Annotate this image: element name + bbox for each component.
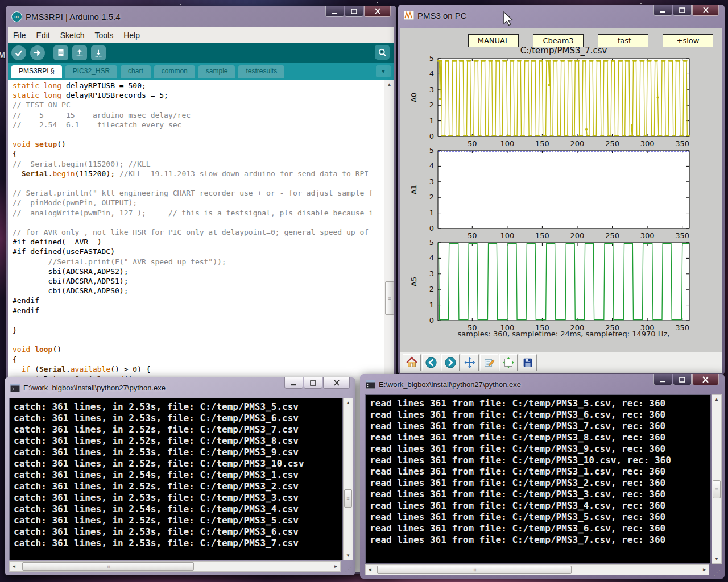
minimize-button[interactable]	[653, 374, 672, 385]
tab-pms3rpi[interactable]: PMS3RPI §	[11, 65, 62, 78]
minimize-button[interactable]	[325, 6, 344, 17]
svg-text:1: 1	[429, 209, 434, 217]
vscroll-thumb[interactable]: ≡	[344, 489, 352, 508]
star	[377, 2, 378, 3]
tab-list-dropdown-button[interactable]: ▼	[376, 65, 391, 77]
hscroll-thumb[interactable]: ≡	[377, 566, 572, 574]
pms3-window-title: PMS3 on PC	[417, 11, 467, 20]
scroll-right-arrow[interactable]: ►	[700, 565, 709, 575]
svg-text:3: 3	[429, 177, 434, 186]
svg-text:5: 5	[429, 238, 434, 247]
edit-button[interactable]	[480, 354, 498, 371]
code-line: cbi(ADCSRA,ADPS1);	[13, 276, 384, 286]
scroll-up-arrow[interactable]: ▲	[344, 398, 353, 407]
pms3-plot-window: PMS3 on PC MANUALCbeam3-fast+slow C:/tem…	[398, 5, 725, 375]
close-button[interactable]	[364, 6, 391, 17]
subplot-A5: 50100150200250300350012345A5	[400, 237, 722, 332]
pms3-titlebar[interactable]: PMS3 on PC	[398, 5, 725, 26]
svg-text:4: 4	[429, 69, 434, 78]
hscroll-thumb[interactable]: ≡	[22, 562, 194, 571]
minimize-button[interactable]	[653, 5, 672, 16]
code-line: static long delayRPIUSBrecords = 5;	[13, 90, 384, 100]
maximize-button[interactable]	[673, 5, 692, 16]
maximize-button[interactable]	[673, 374, 692, 385]
verify-button[interactable]	[11, 45, 26, 60]
console-output-line: catch: 361 lines, in 2.53s, file: C:/tem…	[14, 492, 342, 504]
tab-pic32-hsr[interactable]: PIC32_HSR	[65, 65, 117, 78]
open-button[interactable]	[72, 45, 87, 60]
figure-canvas[interactable]: MANUALCbeam3-fast+slow C:/temp/PMS3_7.cs…	[400, 28, 722, 352]
svg-text:2: 2	[429, 101, 434, 109]
code-line: Serial.begin(115200); //KLL 19.11.2013 s…	[13, 169, 384, 178]
console-left-window: E:\work_bigbox\install\python27\python.e…	[5, 377, 355, 575]
tab-sample[interactable]: sample	[198, 65, 235, 78]
console-left-titlebar[interactable]: E:\work_bigbox\install\python27\python.e…	[5, 377, 355, 398]
resize-grip[interactable]: ⋰	[713, 570, 721, 576]
console-left-output[interactable]: catch: 361 lines, in 2.53s, file: C:/tem…	[9, 398, 343, 560]
vertical-scrollbar[interactable]: ▲ ≡ ▼	[712, 394, 722, 564]
upload-button[interactable]	[30, 45, 45, 60]
console-output-line: read lines 361 from file: C:/temp/PMS3_6…	[370, 523, 710, 534]
back-button[interactable]	[422, 354, 440, 371]
home-icon	[406, 356, 418, 369]
tab-chart[interactable]: chart	[121, 65, 151, 78]
menu-item-file[interactable]: File	[8, 31, 31, 40]
code-line	[13, 130, 384, 139]
svg-text:0: 0	[429, 224, 434, 232]
tab-testresults[interactable]: testresults	[238, 65, 284, 78]
menu-item-tools[interactable]: Tools	[90, 31, 119, 40]
console-output-line: catch: 361 lines, in 2.52s, file: C:/tem…	[14, 424, 342, 435]
upload-icon	[32, 48, 43, 58]
resize-grip[interactable]: ⋰	[345, 567, 352, 572]
horizontal-scrollbar[interactable]: ◄ ≡ ►	[9, 561, 341, 572]
vscroll-thumb[interactable]: ≡	[713, 480, 721, 498]
horizontal-scrollbar[interactable]: ◄ ≡ ►	[365, 564, 709, 575]
save-button[interactable]	[91, 45, 106, 60]
arduino-titlebar[interactable]: ∞ PMS3RPI | Arduino 1.5.4	[6, 6, 396, 27]
forward-button[interactable]	[441, 354, 460, 371]
close-button[interactable]	[692, 374, 719, 385]
svg-text:0: 0	[429, 316, 434, 325]
editor-scrollbar-thumb[interactable]: ≡	[385, 281, 394, 315]
console-right-titlebar[interactable]: E:\work_bigbox\install\python27\python.e…	[360, 374, 725, 394]
maximize-button[interactable]	[304, 377, 322, 389]
maximize-button[interactable]	[345, 6, 363, 17]
console-left-title: E:\work_bigbox\install\python27\python.e…	[23, 384, 166, 392]
open-icon	[75, 48, 85, 58]
menu-item-edit[interactable]: Edit	[31, 31, 55, 40]
code-line: {	[13, 355, 384, 364]
scroll-right-arrow[interactable]: ►	[332, 562, 340, 571]
console-right-output[interactable]: read lines 361 from file: C:/temp/PMS3_5…	[365, 394, 711, 564]
close-button[interactable]	[323, 377, 350, 389]
serial-monitor-button[interactable]	[375, 45, 390, 60]
scroll-left-arrow[interactable]: ◄	[366, 565, 374, 575]
menu-item-sketch[interactable]: Sketch	[55, 31, 90, 40]
home-button[interactable]	[403, 354, 421, 371]
code-line	[13, 178, 384, 188]
code-line: // pinMode(pwmPin, OUTPUT);	[13, 198, 384, 207]
scroll-down-arrow[interactable]: ▼	[344, 551, 353, 560]
close-button[interactable]	[692, 5, 719, 16]
tab-common[interactable]: common	[154, 65, 195, 78]
console-output-line: catch: 361 lines, in 2.52s, file: C:/tem…	[14, 515, 342, 526]
scroll-up-arrow[interactable]: ▲	[712, 395, 721, 404]
vertical-scrollbar[interactable]: ▲ ≡ ▼	[343, 398, 353, 560]
new-button[interactable]	[53, 45, 68, 60]
savefig-button[interactable]	[519, 354, 537, 371]
scroll-left-arrow[interactable]: ◄	[10, 562, 18, 571]
menu-item-help[interactable]: Help	[118, 31, 145, 40]
svg-text:5: 5	[429, 54, 434, 63]
desktop-icon-label: M	[0, 50, 6, 60]
console-right-window: E:\work_bigbox\install\python27\python.e…	[360, 374, 725, 579]
matplotlib-app-icon	[404, 11, 414, 20]
minimize-button[interactable]	[284, 377, 303, 389]
code-line: // 5 15 arduino msec delay/rec	[13, 110, 384, 120]
code-line: {	[13, 149, 384, 159]
new-icon	[56, 48, 66, 58]
scroll-up-arrow[interactable]: ▲	[384, 80, 394, 89]
code-line: // TEST ON PC	[13, 100, 384, 110]
scroll-down-arrow[interactable]: ▼	[712, 555, 721, 563]
subplots-button[interactable]	[499, 354, 518, 371]
desktop-wallpaper: { "desktop": { "m_label": "M" }, "arduin…	[0, 0, 728, 582]
pan-button[interactable]	[461, 354, 479, 371]
